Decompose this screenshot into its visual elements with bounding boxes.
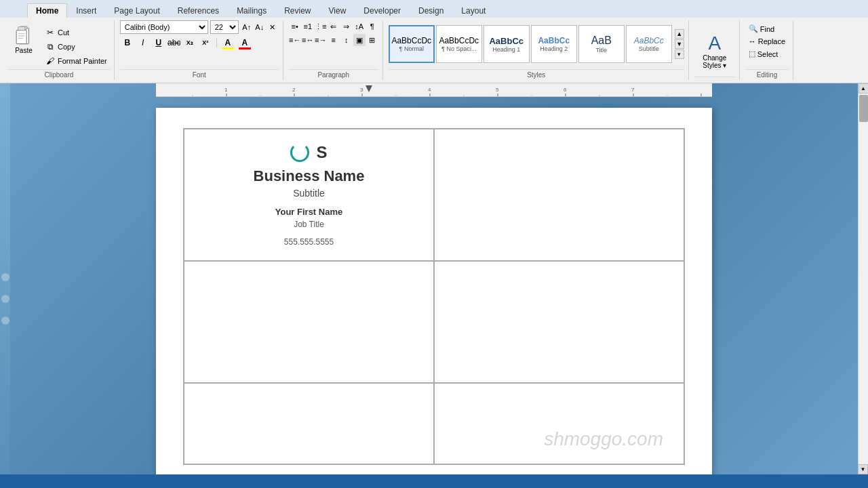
card-circle-icon: [290, 143, 309, 162]
style-heading2-preview: AaBbCc: [538, 36, 570, 45]
font-name-select[interactable]: Calibri (Body): [120, 20, 208, 34]
tab-mailings[interactable]: Mailings: [228, 3, 275, 18]
svg-text:3: 3: [360, 87, 363, 93]
style-heading2[interactable]: AaBbCc Heading 2: [531, 25, 577, 63]
copy-button[interactable]: ⧉ Copy: [42, 40, 110, 54]
scroll-thumb[interactable]: [859, 95, 868, 122]
increase-indent-button[interactable]: ⇒: [340, 20, 353, 33]
page-container: S Business Name Subtitle Your First Name…: [156, 102, 712, 474]
clear-formatting-button[interactable]: ✕: [267, 21, 279, 33]
format-painter-button[interactable]: 🖌 Format Painter: [42, 54, 110, 68]
align-left-button[interactable]: ≡←: [289, 34, 301, 46]
ruler-content: 1 2 3 4 5 6 7: [156, 83, 712, 96]
align-center-button[interactable]: ≡↔: [302, 34, 314, 46]
ribbon: Home Insert Page Layout References Maili…: [0, 0, 868, 83]
card-cell-top-left[interactable]: S Business Name Subtitle Your First Name…: [184, 129, 434, 261]
superscript-button[interactable]: X²: [198, 35, 213, 50]
format-painter-icon: 🖌: [45, 56, 56, 66]
underline-button[interactable]: U: [151, 35, 166, 50]
line-spacing-button[interactable]: ↕: [340, 34, 353, 46]
bullets-button[interactable]: ≡•: [289, 20, 301, 33]
style-no-spacing[interactable]: AaBbCcDc ¶ No Spaci...: [436, 25, 482, 63]
replace-button[interactable]: ↔ Replace: [745, 36, 789, 47]
shading-button[interactable]: ▣: [353, 34, 366, 46]
style-title-label: Title: [595, 47, 607, 54]
align-buttons-row: ≡← ≡↔ ≡→ ≡ ↕ ▣ ⊞: [289, 34, 378, 46]
paste-icon: [13, 25, 35, 47]
tab-review[interactable]: Review: [275, 3, 319, 18]
styles-group: AaBbCcDc ¶ Normal AaBbCcDc ¶ No Spaci...…: [384, 20, 689, 80]
change-styles-icon: A: [708, 33, 721, 54]
ribbon-tab-bar: Home Insert Page Layout References Maili…: [0, 0, 868, 18]
style-heading1[interactable]: AaBbCc Heading 1: [484, 25, 530, 63]
strikethrough-button[interactable]: abc: [167, 35, 182, 50]
card-subtitle: Subtitle: [293, 188, 325, 199]
numbering-button[interactable]: ≡1: [302, 20, 314, 33]
style-normal[interactable]: AaBbCcDc ¶ Normal: [389, 25, 435, 63]
document-page[interactable]: S Business Name Subtitle Your First Name…: [156, 108, 712, 474]
card-business-name: Business Name: [254, 167, 365, 185]
font-size-select[interactable]: 22: [210, 20, 239, 34]
editing-group: 🔍 Find ↔ Replace ⬚ Select Editing: [741, 20, 793, 80]
font-format-row: B I U abc X₂ X² A A: [120, 35, 252, 50]
card-cell-bot-left[interactable]: [184, 383, 434, 464]
tab-page-layout[interactable]: Page Layout: [105, 3, 168, 18]
tab-view[interactable]: View: [320, 3, 355, 18]
tab-developer[interactable]: Developer: [355, 3, 410, 18]
card-phone: 555.555.5555: [284, 237, 334, 247]
left-sidebar-icon-2: [1, 295, 9, 303]
styles-more-button[interactable]: ▾: [675, 49, 684, 59]
tab-references[interactable]: References: [169, 3, 228, 18]
border-button[interactable]: ⊞: [366, 34, 378, 46]
change-styles-group-label: [694, 77, 735, 80]
italic-button[interactable]: I: [136, 35, 151, 50]
justify-button[interactable]: ≡: [328, 34, 340, 46]
change-styles-button[interactable]: A ChangeStyles ▾: [694, 30, 735, 71]
style-subtitle[interactable]: AaBbCc Subtitle: [626, 25, 672, 63]
card-job-title: Job Title: [294, 220, 324, 229]
svg-rect-2: [16, 30, 26, 44]
clipboard-label: Clipboard: [8, 69, 110, 80]
ruler-svg: 1 2 3 4 5 6 7: [159, 84, 709, 96]
tab-design[interactable]: Design: [410, 3, 452, 18]
font-color-button[interactable]: A: [237, 35, 252, 50]
paragraph-group: ≡• ≡1 ⋮≡ ⇐ ⇒ ↕A ¶ ≡← ≡↔ ≡→ ≡ ↕ ▣ ⊞: [285, 20, 383, 80]
styles-scroll-up[interactable]: ▲: [675, 29, 684, 39]
card-cell-mid-right[interactable]: [434, 261, 684, 383]
find-button[interactable]: 🔍 Find: [745, 23, 778, 35]
svg-rect-3: [18, 27, 25, 30]
tab-home[interactable]: Home: [27, 3, 67, 18]
svg-rect-7: [159, 84, 709, 96]
select-button[interactable]: ⬚ Select: [745, 48, 782, 60]
style-normal-preview: AaBbCcDc: [391, 36, 431, 45]
sort-button[interactable]: ↕A: [353, 20, 366, 33]
font-shrink-button[interactable]: A↓: [254, 21, 266, 33]
font-group: Calibri (Body) 22 A↑ A↓ ✕ B I U: [116, 20, 283, 80]
scroll-up-arrow[interactable]: ▲: [859, 83, 869, 94]
align-right-button[interactable]: ≡→: [315, 34, 327, 46]
card-cell-bot-right[interactable]: shmoggo.com: [434, 383, 684, 464]
styles-scroll-down[interactable]: ▼: [675, 39, 684, 49]
paste-button[interactable]: Paste: [8, 23, 39, 56]
watermark: shmoggo.com: [544, 428, 663, 450]
card-cell-top-right[interactable]: [434, 129, 684, 261]
tab-layout[interactable]: Layout: [452, 3, 494, 18]
svg-text:6: 6: [564, 87, 567, 93]
style-heading1-label: Heading 1: [492, 46, 520, 53]
list-buttons-row: ≡• ≡1 ⋮≡ ⇐ ⇒ ↕A ¶: [289, 20, 378, 33]
font-grow-button[interactable]: A↑: [241, 21, 253, 33]
cut-button[interactable]: ✂ Cut: [42, 26, 110, 39]
style-title[interactable]: AaB Title: [578, 25, 625, 63]
show-formatting-button[interactable]: ¶: [366, 20, 378, 33]
multilevel-list-button[interactable]: ⋮≡: [315, 20, 327, 33]
font-name-row: Calibri (Body) 22 A↑ A↓ ✕: [120, 20, 279, 34]
subscript-button[interactable]: X₂: [182, 35, 197, 50]
tab-insert[interactable]: Insert: [67, 3, 105, 18]
decrease-indent-button[interactable]: ⇐: [328, 20, 340, 33]
bold-button[interactable]: B: [120, 35, 135, 50]
style-heading1-preview: AaBbCc: [489, 36, 524, 46]
clipboard-group-content: Paste ✂ Cut ⧉ Copy 🖌 Format Painter: [8, 20, 110, 68]
card-cell-mid-left[interactable]: [184, 261, 434, 383]
highlight-color-button[interactable]: A: [220, 35, 235, 50]
scroll-down-arrow[interactable]: ▼: [858, 464, 868, 474]
